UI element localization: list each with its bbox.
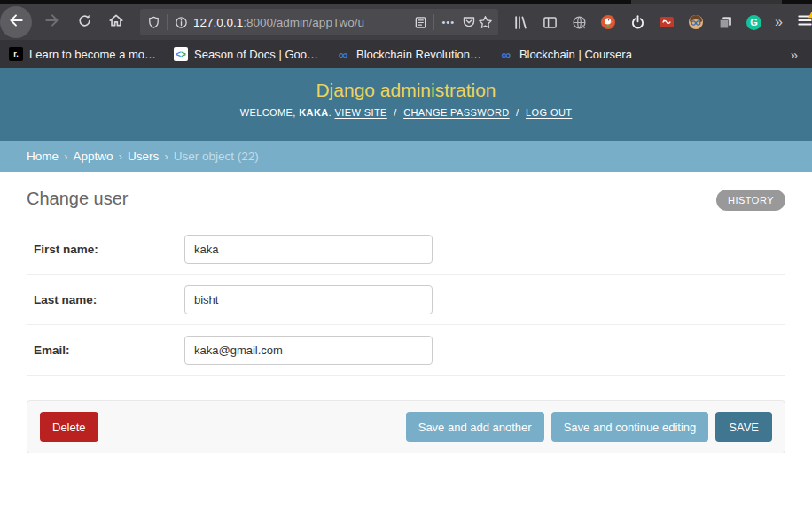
breadcrumb-home-link[interactable]: Home	[27, 150, 59, 163]
breadcrumb-users-link[interactable]: Users	[128, 150, 159, 163]
grammarly-icon[interactable]: G	[746, 15, 761, 30]
home-icon	[108, 12, 124, 32]
tracking-protection-shield-icon[interactable]	[145, 14, 161, 30]
bookmark-label: Season of Docs | Goo…	[194, 48, 318, 61]
bookmarks-overflow-icon[interactable]: »	[791, 47, 798, 62]
save-and-continue-editing-button[interactable]: Save and continue editing	[551, 412, 709, 442]
main-content: Change user HISTORY First name: Last nam…	[0, 189, 812, 453]
email-input[interactable]	[184, 336, 433, 365]
sidebar-icon[interactable]	[542, 14, 558, 30]
url-path: :8000/admin/appTwo/u	[243, 16, 364, 29]
welcome-text: WELCOME,	[240, 107, 296, 118]
last-name-label: Last name:	[34, 293, 184, 306]
form-row-email: Email:	[27, 325, 785, 376]
page-actions-icon[interactable]: •••	[441, 17, 455, 27]
back-arrow-icon	[8, 12, 24, 32]
url-domain: 127.0.0.1	[193, 16, 243, 29]
update-warning-icon	[808, 6, 812, 22]
red-extension-icon[interactable]	[659, 14, 675, 30]
extension-icons-row: G »	[512, 14, 783, 30]
site-title-link[interactable]: Django administration	[316, 68, 496, 101]
breadcrumb: Home › Apptwo › Users › User object (22)	[0, 141, 812, 172]
first-name-label: First name:	[34, 243, 184, 256]
home-button[interactable]	[103, 9, 129, 35]
bookmark-item[interactable]: ∞ Blockchain | Coursera	[499, 47, 632, 61]
bookmark-label: Blockchain | Coursera	[519, 48, 632, 61]
log-out-link[interactable]: LOG OUT	[526, 107, 572, 118]
delete-button[interactable]: Delete	[40, 412, 98, 442]
duckduckgo-icon[interactable]	[600, 14, 616, 30]
roadmap-favicon: r.	[9, 47, 23, 61]
breadcrumb-apptwo-link[interactable]: Apptwo	[74, 150, 113, 163]
back-button[interactable]	[0, 6, 32, 38]
url-text[interactable]: 127.0.0.1:8000/admin/appTwo/u	[193, 16, 412, 29]
save-button[interactable]: SAVE	[715, 412, 772, 442]
change-user-form: First name: Last name: Email:	[27, 224, 785, 376]
admin-header: Django administration WELCOME, KAKA. VIE…	[0, 68, 812, 141]
user-tools: WELCOME, KAKA. VIEW SITE / CHANGE PASSWO…	[0, 107, 812, 118]
toolbar-overflow-icon[interactable]: »	[775, 14, 783, 30]
window-top-strip	[0, 0, 812, 4]
window-menu-area	[631, 0, 782, 4]
power-extension-icon[interactable]	[629, 14, 645, 30]
bookmark-label: Learn to become a mo…	[29, 48, 156, 61]
reader-view-icon[interactable]	[412, 14, 428, 30]
bookmark-item[interactable]: ∞ Blockchain Revolution…	[336, 47, 481, 61]
submit-row: Delete Save and add another Save and con…	[27, 400, 785, 453]
bookmark-star-icon[interactable]	[477, 14, 493, 30]
reload-icon	[77, 13, 92, 32]
globe-extension-icon[interactable]	[571, 14, 587, 30]
forward-arrow-icon	[44, 12, 60, 32]
forward-button[interactable]	[39, 9, 66, 35]
save-and-add-another-button[interactable]: Save and add another	[406, 412, 544, 442]
avatar-extension-icon[interactable]	[688, 14, 704, 30]
history-button[interactable]: HISTORY	[716, 190, 785, 211]
url-bar[interactable]: 127.0.0.1:8000/admin/appTwo/u •••	[140, 9, 498, 35]
breadcrumb-current: User object (22)	[174, 150, 259, 163]
form-row-last-name: Last name:	[27, 275, 785, 325]
tabs-extension-icon[interactable]	[717, 14, 733, 30]
bookmark-item[interactable]: <> Season of Docs | Goo…	[174, 47, 318, 61]
pocket-icon[interactable]	[461, 14, 477, 30]
view-site-link[interactable]: VIEW SITE	[335, 107, 387, 118]
library-icon[interactable]	[512, 14, 528, 30]
bookmark-label: Blockchain Revolution…	[356, 48, 481, 61]
last-name-input[interactable]	[184, 285, 433, 314]
coursera-favicon: ∞	[336, 47, 350, 61]
reload-button[interactable]	[71, 9, 98, 35]
page-title: Change user	[27, 189, 129, 209]
bookmarks-bar: r. Learn to become a mo… <> Season of Do…	[0, 40, 812, 68]
coursera-favicon: ∞	[499, 47, 513, 61]
urlbar-separator	[167, 14, 168, 30]
browser-toolbar: 127.0.0.1:8000/admin/appTwo/u ••• G »	[0, 4, 812, 40]
site-info-icon[interactable]	[173, 14, 189, 30]
google-docs-favicon: <>	[174, 47, 188, 61]
form-row-first-name: First name:	[27, 224, 785, 275]
menu-button[interactable]	[797, 12, 812, 33]
change-password-link[interactable]: CHANGE PASSWORD	[403, 107, 509, 118]
first-name-input[interactable]	[184, 235, 433, 264]
urlbar-separator	[433, 14, 434, 30]
email-label: Email:	[34, 344, 184, 357]
bookmark-item[interactable]: r. Learn to become a mo…	[9, 47, 156, 61]
username: KAKA	[299, 107, 328, 118]
